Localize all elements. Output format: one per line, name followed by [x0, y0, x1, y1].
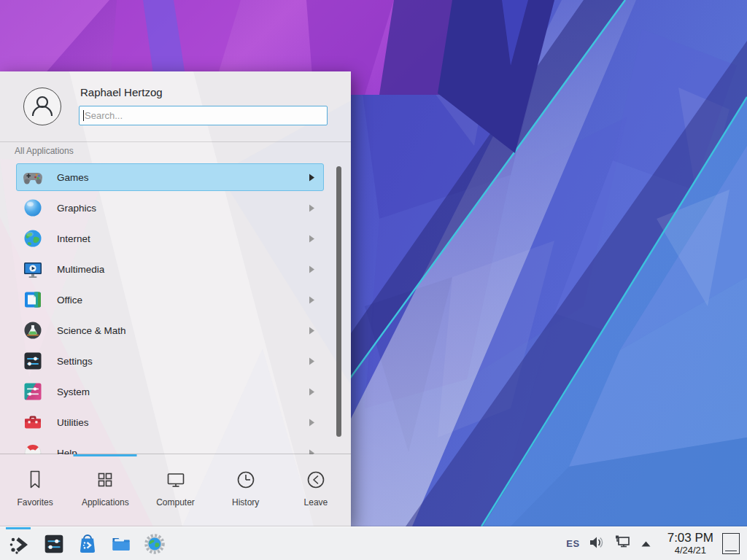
category-science-math[interactable]: Science & Math — [16, 316, 324, 344]
category-office[interactable]: Office — [16, 286, 324, 314]
network-icon[interactable] — [614, 534, 632, 553]
chevron-right-icon — [309, 174, 315, 182]
search-field-wrap — [79, 106, 328, 125]
category-label: Science & Math — [57, 325, 309, 336]
text-caret — [83, 110, 84, 121]
clock-icon — [235, 469, 257, 491]
office-icon — [23, 289, 43, 310]
system-icon — [23, 381, 43, 402]
desktop: Raphael Hertzog All Applications — [0, 0, 747, 560]
web-browser-launcher[interactable] — [143, 532, 166, 556]
category-graphics[interactable]: Graphics — [16, 194, 324, 222]
category-internet[interactable]: Internet — [16, 225, 324, 252]
utilities-icon — [23, 412, 43, 432]
category-system[interactable]: System — [16, 378, 324, 405]
scrollbar[interactable] — [336, 166, 341, 437]
keyboard-layout-indicator[interactable]: ES — [566, 538, 579, 549]
application-launcher-button[interactable] — [4, 527, 32, 560]
chevron-right-icon — [309, 419, 315, 427]
category-help[interactable]: Help — [16, 439, 324, 454]
bookmark-icon — [24, 469, 46, 491]
monitor-icon — [165, 469, 187, 491]
chevron-right-icon — [309, 235, 315, 243]
system-settings-launcher[interactable] — [42, 532, 66, 556]
category-games[interactable]: Games — [16, 163, 324, 191]
category-label: Graphics — [57, 203, 309, 214]
system-tray: ES — [566, 534, 651, 553]
internet-icon — [23, 228, 43, 249]
category-settings[interactable]: Settings — [16, 347, 324, 375]
help-icon — [23, 443, 43, 454]
chevron-right-icon — [309, 357, 315, 365]
header-divider — [0, 141, 351, 142]
chevron-right-icon — [309, 204, 315, 212]
web-browser-icon — [144, 533, 166, 555]
category-label: Office — [57, 295, 309, 306]
tab-computer[interactable]: Computer — [140, 454, 210, 526]
user-name: Raphael Hertzog — [80, 86, 163, 98]
user-icon — [28, 92, 57, 121]
section-label: All Applications — [15, 146, 74, 156]
category-utilities[interactable]: Utilities — [16, 408, 324, 436]
search-input[interactable] — [79, 106, 328, 125]
show-desktop-button[interactable] — [722, 533, 740, 554]
chevron-right-icon — [309, 327, 315, 335]
system-settings-icon — [43, 533, 65, 555]
clock-time: 7:03 PM — [667, 532, 713, 545]
application-launcher-menu: Raphael Hertzog All Applications — [0, 71, 351, 526]
discover-launcher[interactable] — [76, 532, 99, 556]
chevron-right-icon — [309, 265, 315, 273]
leave-circle-icon — [305, 469, 327, 491]
taskbar: ES 7:03 — [0, 526, 747, 560]
science-icon — [23, 320, 43, 341]
launcher-active-indicator — [6, 527, 31, 529]
clock-date: 4/24/21 — [675, 545, 706, 556]
category-multimedia[interactable]: Multimedia — [16, 255, 324, 283]
multimedia-icon — [23, 259, 43, 279]
tab-applications[interactable]: Applications — [70, 454, 140, 526]
chevron-right-icon — [309, 296, 315, 304]
expand-tray-icon[interactable] — [640, 537, 651, 551]
file-manager-launcher[interactable] — [109, 532, 133, 556]
discover-icon — [77, 533, 98, 555]
settings-icon — [23, 351, 43, 371]
user-avatar[interactable] — [23, 88, 61, 125]
category-label: Utilities — [57, 417, 309, 428]
category-label: System — [57, 386, 309, 397]
tab-favorites[interactable]: Favorites — [0, 454, 70, 526]
file-manager-icon — [110, 533, 132, 555]
tab-history[interactable]: History — [211, 454, 281, 526]
category-label: Settings — [57, 356, 309, 367]
kickoff-header: Raphael Hertzog — [0, 71, 351, 141]
games-icon — [23, 167, 43, 187]
application-launcher-icon — [7, 533, 29, 555]
graphics-icon — [23, 198, 43, 218]
category-label: Games — [57, 172, 309, 183]
kickoff-tabbar: Favorites Applications — [0, 454, 351, 526]
chevron-right-icon — [309, 388, 315, 396]
category-list: Games Graphics — [0, 163, 351, 454]
digital-clock[interactable]: 7:03 PM 4/24/21 — [667, 532, 713, 556]
volume-icon[interactable] — [589, 535, 605, 553]
category-label: Internet — [57, 233, 309, 244]
category-label: Multimedia — [57, 264, 309, 275]
app-grid-icon — [94, 469, 116, 491]
tab-leave[interactable]: Leave — [281, 454, 351, 526]
